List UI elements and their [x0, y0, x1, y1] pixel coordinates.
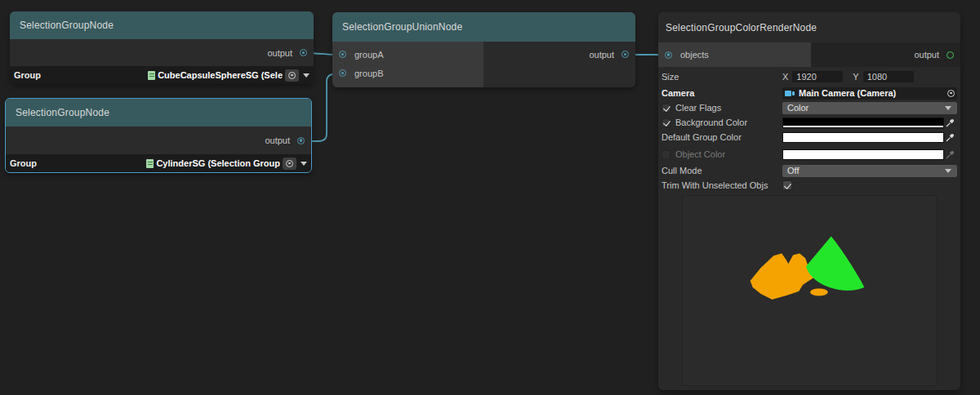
background-color-field-cell: [782, 117, 957, 128]
size-x-label: X: [782, 72, 788, 82]
prop-row-cull-mode: Cull Mode Off: [658, 164, 960, 177]
selection-group-node-2[interactable]: SelectionGroupNode output Group Cylinder…: [5, 98, 312, 173]
camera-label: Camera: [662, 88, 782, 98]
selection-group-asset-icon: [148, 71, 155, 80]
clear-flags-checkbox[interactable]: [662, 104, 670, 113]
object-color-field-cell: [782, 149, 957, 160]
cull-mode-label: Cull Mode: [662, 166, 782, 175]
prop-row-default-group-color: Default Group Color: [658, 131, 960, 144]
clear-flags-value: Color: [787, 103, 943, 113]
background-color-checkbox[interactable]: [662, 118, 670, 127]
objects-port[interactable]: [665, 51, 672, 59]
object-picker-icon: [286, 160, 293, 167]
input-row-groupA: groupA: [332, 45, 483, 64]
selection-group-union-node[interactable]: SelectionGroupUnionNode groupA groupB ou…: [332, 12, 635, 87]
object-color-checkbox[interactable]: [662, 150, 670, 159]
clear-flags-label: Clear Flags: [675, 103, 721, 113]
background-color-label: Background Color: [675, 118, 747, 127]
output-row: output: [10, 39, 314, 66]
preview-orange-ellipse: [810, 289, 828, 296]
group-object-field[interactable]: CylinderSG (Selection Group: [156, 158, 280, 168]
default-group-color-swatch[interactable]: [782, 132, 944, 143]
clear-flags-field-cell: Color: [782, 102, 957, 114]
background-color-label-cell: Background Color: [662, 118, 782, 127]
selection-group-color-render-node[interactable]: SelectionGroupColorRenderNode objects ou…: [658, 12, 960, 390]
node-header[interactable]: SelectionGroupNode: [6, 99, 311, 126]
selection-group-asset-icon: [146, 159, 154, 168]
group-field-label: Group: [10, 158, 37, 168]
trim-checkbox[interactable]: [782, 180, 792, 190]
render-preview: [682, 195, 938, 386]
eyedropper-icon: [944, 149, 957, 160]
camera-field-cell: Main Camera (Camera): [782, 87, 957, 100]
default-group-color-label: Default Group Color: [662, 132, 782, 142]
output-port-label: output: [267, 48, 292, 58]
output-ports-section: output: [811, 42, 960, 67]
cull-mode-value: Off: [787, 166, 943, 175]
group-field-label: Group: [14, 70, 41, 80]
output-port[interactable]: [947, 51, 954, 59]
node-header[interactable]: SelectionGroupNode: [10, 11, 314, 39]
preview-orange-group-shape: [751, 253, 815, 300]
clear-flags-label-cell: Clear Flags: [662, 103, 782, 113]
size-y-input[interactable]: [863, 71, 914, 82]
node-properties: Size X Y Camera Main Camera (Camera): [658, 67, 960, 386]
chevron-down-icon: [945, 169, 951, 173]
object-picker-icon[interactable]: [947, 90, 955, 97]
chevron-down-icon[interactable]: [301, 162, 307, 166]
prop-row-size: Size X Y: [658, 70, 960, 83]
object-picker-button[interactable]: [283, 158, 296, 170]
size-x-input[interactable]: [792, 71, 843, 82]
output-ports-section: output: [483, 42, 635, 87]
background-color-swatch[interactable]: [782, 118, 944, 128]
groupB-port[interactable]: [339, 69, 346, 77]
camera-object-value: Main Camera (Camera): [799, 88, 944, 98]
objects-port-label: objects: [680, 50, 709, 60]
object-color-swatch[interactable]: [782, 149, 944, 160]
prop-row-clear-flags: Clear Flags Color: [658, 101, 960, 114]
output-port[interactable]: [621, 51, 629, 58]
camera-object-field[interactable]: Main Camera (Camera): [782, 87, 957, 100]
object-color-label: Object Color: [675, 149, 725, 159]
render-preview-image: [683, 196, 937, 385]
node-title: SelectionGroupUnionNode: [342, 21, 462, 33]
eyedropper-icon[interactable]: [944, 131, 957, 143]
object-picker-icon: [288, 72, 296, 79]
cull-mode-dropdown[interactable]: Off: [782, 165, 957, 177]
camera-icon: [785, 91, 795, 96]
output-row: output: [6, 126, 311, 154]
input-row-groupB: groupB: [332, 64, 483, 82]
object-color-label-cell: Object Color: [662, 149, 782, 159]
output-port-label: output: [589, 50, 614, 60]
io-row: objects output: [658, 42, 960, 67]
node-title: SelectionGroupColorRenderNode: [666, 22, 817, 33]
eyedropper-icon[interactable]: [944, 117, 957, 128]
node-header[interactable]: SelectionGroupUnionNode: [332, 12, 635, 42]
chevron-down-icon[interactable]: [303, 73, 310, 78]
output-port[interactable]: [297, 137, 305, 144]
input-ports-section: groupA groupB: [332, 42, 483, 87]
prop-row-trim: Trim With Unselected Objs: [658, 179, 960, 192]
prop-row-object-color: Object Color: [658, 147, 960, 162]
chevron-down-icon: [945, 106, 951, 110]
group-field-row: Group CubeCapsuleSphereSG (Sele: [10, 66, 314, 84]
output-port[interactable]: [300, 49, 307, 56]
trim-label: Trim With Unselected Objs: [662, 180, 782, 190]
groupA-port[interactable]: [339, 51, 346, 58]
output-row: output: [483, 45, 635, 64]
selection-group-node-1[interactable]: SelectionGroupNode output Group CubeCaps…: [10, 11, 314, 84]
node-body: groupA groupB output: [332, 42, 635, 87]
output-port-label: output: [265, 135, 290, 145]
object-picker-button[interactable]: [285, 69, 299, 82]
group-field-row: Group CylinderSG (Selection Group: [6, 154, 311, 172]
output-port-label: output: [914, 50, 939, 60]
group-object-field[interactable]: CubeCapsuleSphereSG (Sele: [158, 70, 283, 80]
prop-row-camera: Camera Main Camera (Camera): [658, 87, 960, 100]
input-ports-section: objects: [658, 42, 811, 67]
clear-flags-dropdown[interactable]: Color: [782, 102, 957, 114]
prop-row-background-color: Background Color: [658, 116, 960, 129]
node-title: SelectionGroupNode: [16, 107, 109, 118]
groupB-port-label: groupB: [354, 69, 383, 78]
size-label: Size: [662, 72, 782, 82]
node-header[interactable]: SelectionGroupColorRenderNode: [658, 12, 960, 42]
